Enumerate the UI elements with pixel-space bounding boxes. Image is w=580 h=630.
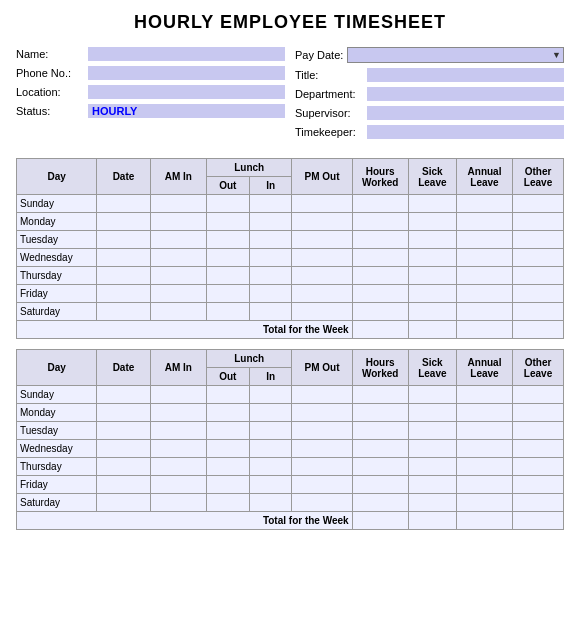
location-input[interactable] (88, 85, 285, 99)
data-cell[interactable] (97, 303, 150, 321)
data-cell[interactable] (249, 440, 292, 458)
data-cell[interactable] (292, 303, 352, 321)
data-cell[interactable] (513, 195, 564, 213)
data-cell[interactable] (352, 249, 408, 267)
data-cell[interactable] (150, 285, 206, 303)
data-cell[interactable] (206, 458, 249, 476)
data-cell[interactable] (97, 213, 150, 231)
data-cell[interactable] (292, 249, 352, 267)
data-cell[interactable] (352, 458, 408, 476)
data-cell[interactable] (249, 231, 292, 249)
data-cell[interactable] (408, 213, 456, 231)
data-cell[interactable] (97, 404, 150, 422)
data-cell[interactable] (408, 267, 456, 285)
data-cell[interactable] (97, 386, 150, 404)
data-cell[interactable] (249, 249, 292, 267)
data-cell[interactable] (456, 440, 512, 458)
data-cell[interactable] (456, 231, 512, 249)
data-cell[interactable] (408, 195, 456, 213)
data-cell[interactable] (97, 422, 150, 440)
data-cell[interactable] (150, 195, 206, 213)
data-cell[interactable] (292, 231, 352, 249)
data-cell[interactable] (249, 303, 292, 321)
data-cell[interactable] (97, 494, 150, 512)
data-cell[interactable] (292, 213, 352, 231)
data-cell[interactable] (249, 386, 292, 404)
total-cell[interactable] (513, 512, 564, 530)
data-cell[interactable] (292, 195, 352, 213)
data-cell[interactable] (456, 267, 512, 285)
total-cell[interactable] (352, 512, 408, 530)
data-cell[interactable] (206, 249, 249, 267)
data-cell[interactable] (206, 285, 249, 303)
data-cell[interactable] (206, 476, 249, 494)
data-cell[interactable] (249, 458, 292, 476)
department-input[interactable] (367, 87, 564, 101)
data-cell[interactable] (249, 494, 292, 512)
data-cell[interactable] (150, 213, 206, 231)
data-cell[interactable] (206, 267, 249, 285)
data-cell[interactable] (97, 285, 150, 303)
data-cell[interactable] (352, 494, 408, 512)
data-cell[interactable] (249, 195, 292, 213)
data-cell[interactable] (292, 494, 352, 512)
data-cell[interactable] (206, 404, 249, 422)
data-cell[interactable] (206, 422, 249, 440)
total-cell[interactable] (456, 321, 512, 339)
data-cell[interactable] (150, 386, 206, 404)
data-cell[interactable] (352, 231, 408, 249)
data-cell[interactable] (352, 386, 408, 404)
data-cell[interactable] (456, 458, 512, 476)
data-cell[interactable] (456, 213, 512, 231)
data-cell[interactable] (513, 458, 564, 476)
data-cell[interactable] (352, 440, 408, 458)
pay-date-select[interactable]: ▼ (347, 47, 564, 63)
data-cell[interactable] (456, 476, 512, 494)
total-cell[interactable] (352, 321, 408, 339)
total-cell[interactable] (513, 321, 564, 339)
data-cell[interactable] (97, 231, 150, 249)
data-cell[interactable] (352, 422, 408, 440)
data-cell[interactable] (206, 494, 249, 512)
data-cell[interactable] (97, 458, 150, 476)
data-cell[interactable] (249, 476, 292, 494)
supervisor-input[interactable] (367, 106, 564, 120)
data-cell[interactable] (292, 386, 352, 404)
data-cell[interactable] (456, 303, 512, 321)
data-cell[interactable] (513, 494, 564, 512)
data-cell[interactable] (249, 285, 292, 303)
data-cell[interactable] (513, 303, 564, 321)
timekeeper-input[interactable] (367, 125, 564, 139)
data-cell[interactable] (352, 267, 408, 285)
data-cell[interactable] (352, 404, 408, 422)
data-cell[interactable] (97, 267, 150, 285)
data-cell[interactable] (249, 422, 292, 440)
data-cell[interactable] (352, 195, 408, 213)
data-cell[interactable] (97, 195, 150, 213)
data-cell[interactable] (513, 267, 564, 285)
data-cell[interactable] (513, 404, 564, 422)
data-cell[interactable] (513, 231, 564, 249)
data-cell[interactable] (206, 386, 249, 404)
data-cell[interactable] (292, 458, 352, 476)
data-cell[interactable] (513, 422, 564, 440)
data-cell[interactable] (352, 303, 408, 321)
data-cell[interactable] (150, 476, 206, 494)
data-cell[interactable] (206, 303, 249, 321)
status-input[interactable]: HOURLY (88, 104, 285, 118)
data-cell[interactable] (206, 213, 249, 231)
total-cell[interactable] (456, 512, 512, 530)
data-cell[interactable] (408, 440, 456, 458)
data-cell[interactable] (292, 285, 352, 303)
data-cell[interactable] (150, 231, 206, 249)
data-cell[interactable] (150, 440, 206, 458)
data-cell[interactable] (513, 386, 564, 404)
data-cell[interactable] (456, 285, 512, 303)
data-cell[interactable] (408, 249, 456, 267)
data-cell[interactable] (249, 213, 292, 231)
data-cell[interactable] (249, 267, 292, 285)
data-cell[interactable] (97, 249, 150, 267)
data-cell[interactable] (408, 303, 456, 321)
data-cell[interactable] (292, 267, 352, 285)
name-input[interactable] (88, 47, 285, 61)
